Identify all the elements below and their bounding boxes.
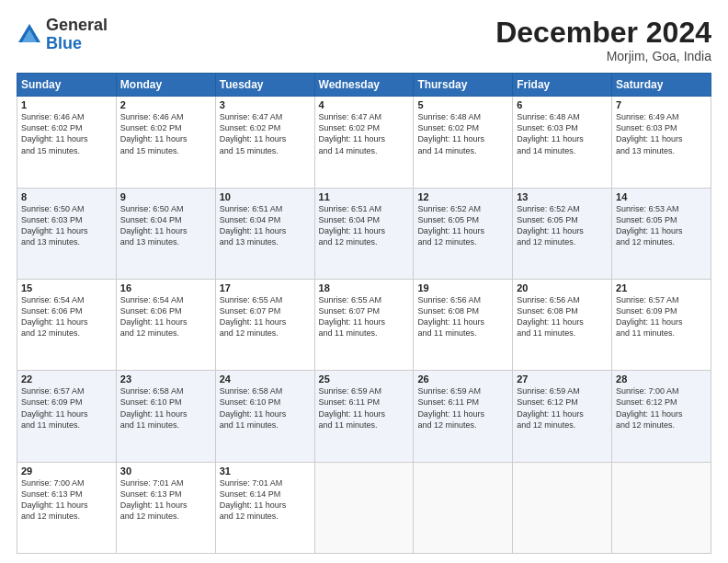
calendar-row: 1Sunrise: 6:46 AM Sunset: 6:02 PM Daylig…: [17, 97, 711, 188]
calendar-cell: [414, 462, 513, 553]
col-wednesday: Wednesday: [314, 74, 414, 97]
day-info: Sunrise: 6:53 AM Sunset: 6:05 PM Dayligh…: [616, 203, 707, 248]
location: Morjim, Goa, India: [495, 49, 711, 63]
day-info: Sunrise: 6:49 AM Sunset: 6:03 PM Dayligh…: [616, 111, 707, 156]
header: General Blue December 2024 Morjim, Goa, …: [17, 17, 711, 63]
day-number: 3: [220, 99, 311, 110]
day-info: Sunrise: 6:59 AM Sunset: 6:12 PM Dayligh…: [517, 385, 608, 431]
col-monday: Monday: [116, 74, 215, 97]
day-number: 12: [417, 191, 508, 202]
calendar-header-row: Sunday Monday Tuesday Wednesday Thursday…: [17, 74, 711, 97]
day-info: Sunrise: 6:51 AM Sunset: 6:04 PM Dayligh…: [319, 203, 410, 248]
day-info: Sunrise: 6:58 AM Sunset: 6:10 PM Dayligh…: [220, 385, 311, 431]
day-number: 14: [616, 191, 707, 202]
day-info: Sunrise: 6:50 AM Sunset: 6:03 PM Dayligh…: [21, 203, 112, 248]
calendar-cell: 28Sunrise: 7:00 AM Sunset: 6:12 PM Dayli…: [612, 371, 711, 462]
day-info: Sunrise: 6:59 AM Sunset: 6:11 PM Dayligh…: [319, 385, 410, 431]
day-info: Sunrise: 6:46 AM Sunset: 6:02 PM Dayligh…: [120, 111, 211, 156]
month-title: December 2024: [495, 17, 711, 49]
calendar-cell: 22Sunrise: 6:57 AM Sunset: 6:09 PM Dayli…: [17, 371, 117, 462]
calendar-table: Sunday Monday Tuesday Wednesday Thursday…: [17, 73, 711, 554]
day-number: 27: [517, 373, 608, 385]
logo-general: General: [46, 16, 108, 34]
day-info: Sunrise: 6:54 AM Sunset: 6:06 PM Dayligh…: [21, 294, 112, 339]
day-number: 13: [517, 191, 608, 202]
calendar-cell: 29Sunrise: 7:00 AM Sunset: 6:13 PM Dayli…: [17, 462, 117, 553]
calendar-cell: 10Sunrise: 6:51 AM Sunset: 6:04 PM Dayli…: [215, 188, 314, 279]
day-info: Sunrise: 7:00 AM Sunset: 6:13 PM Dayligh…: [21, 477, 112, 523]
calendar-cell: 17Sunrise: 6:55 AM Sunset: 6:07 PM Dayli…: [215, 279, 314, 370]
calendar-cell: 19Sunrise: 6:56 AM Sunset: 6:08 PM Dayli…: [414, 279, 513, 370]
day-number: 28: [616, 373, 707, 385]
col-tuesday: Tuesday: [215, 74, 314, 97]
day-info: Sunrise: 6:47 AM Sunset: 6:02 PM Dayligh…: [319, 111, 410, 156]
calendar-cell: 30Sunrise: 7:01 AM Sunset: 6:13 PM Dayli…: [116, 462, 215, 553]
day-info: Sunrise: 6:55 AM Sunset: 6:07 PM Dayligh…: [319, 294, 410, 339]
calendar-cell: 20Sunrise: 6:56 AM Sunset: 6:08 PM Dayli…: [513, 279, 612, 370]
day-number: 24: [220, 373, 311, 385]
calendar-cell: 18Sunrise: 6:55 AM Sunset: 6:07 PM Dayli…: [314, 279, 414, 370]
day-info: Sunrise: 6:56 AM Sunset: 6:08 PM Dayligh…: [517, 294, 608, 339]
day-info: Sunrise: 6:59 AM Sunset: 6:11 PM Dayligh…: [417, 385, 508, 431]
day-info: Sunrise: 7:01 AM Sunset: 6:13 PM Dayligh…: [120, 477, 211, 523]
day-number: 20: [517, 282, 608, 293]
logo: General Blue: [17, 17, 108, 53]
calendar-cell: 26Sunrise: 6:59 AM Sunset: 6:11 PM Dayli…: [414, 371, 513, 462]
col-saturday: Saturday: [612, 74, 711, 97]
day-number: 2: [120, 99, 211, 110]
calendar-cell: 27Sunrise: 6:59 AM Sunset: 6:12 PM Dayli…: [513, 371, 612, 462]
day-number: 29: [21, 465, 112, 477]
calendar-row: 15Sunrise: 6:54 AM Sunset: 6:06 PM Dayli…: [17, 279, 711, 370]
calendar-cell: 24Sunrise: 6:58 AM Sunset: 6:10 PM Dayli…: [215, 371, 314, 462]
col-thursday: Thursday: [414, 74, 513, 97]
day-number: 7: [616, 99, 707, 110]
day-number: 21: [616, 282, 707, 293]
day-info: Sunrise: 6:50 AM Sunset: 6:04 PM Dayligh…: [120, 203, 211, 248]
calendar-cell: 8Sunrise: 6:50 AM Sunset: 6:03 PM Daylig…: [17, 188, 117, 279]
day-number: 19: [417, 282, 508, 293]
calendar-cell: 12Sunrise: 6:52 AM Sunset: 6:05 PM Dayli…: [414, 188, 513, 279]
calendar-cell: 21Sunrise: 6:57 AM Sunset: 6:09 PM Dayli…: [612, 279, 711, 370]
day-info: Sunrise: 6:57 AM Sunset: 6:09 PM Dayligh…: [21, 385, 112, 431]
day-info: Sunrise: 6:47 AM Sunset: 6:02 PM Dayligh…: [220, 111, 311, 156]
calendar-cell: 15Sunrise: 6:54 AM Sunset: 6:06 PM Dayli…: [17, 279, 117, 370]
calendar-cell: 14Sunrise: 6:53 AM Sunset: 6:05 PM Dayli…: [612, 188, 711, 279]
calendar-cell: 2Sunrise: 6:46 AM Sunset: 6:02 PM Daylig…: [116, 97, 215, 188]
day-number: 6: [517, 99, 608, 110]
page: General Blue December 2024 Morjim, Goa, …: [0, 0, 728, 563]
day-number: 11: [319, 191, 410, 202]
day-info: Sunrise: 6:58 AM Sunset: 6:10 PM Dayligh…: [120, 385, 211, 431]
calendar-cell: 6Sunrise: 6:48 AM Sunset: 6:03 PM Daylig…: [513, 97, 612, 188]
day-info: Sunrise: 7:01 AM Sunset: 6:14 PM Dayligh…: [220, 477, 311, 523]
calendar-cell: 13Sunrise: 6:52 AM Sunset: 6:05 PM Dayli…: [513, 188, 612, 279]
day-info: Sunrise: 6:57 AM Sunset: 6:09 PM Dayligh…: [616, 294, 707, 339]
calendar-cell: 5Sunrise: 6:48 AM Sunset: 6:02 PM Daylig…: [414, 97, 513, 188]
day-number: 4: [319, 99, 410, 110]
day-number: 9: [120, 191, 211, 202]
col-friday: Friday: [513, 74, 612, 97]
day-number: 1: [21, 99, 112, 110]
calendar-cell: [513, 462, 612, 553]
day-number: 25: [319, 373, 410, 385]
day-info: Sunrise: 6:56 AM Sunset: 6:08 PM Dayligh…: [417, 294, 508, 339]
calendar-row: 8Sunrise: 6:50 AM Sunset: 6:03 PM Daylig…: [17, 188, 711, 279]
day-info: Sunrise: 7:00 AM Sunset: 6:12 PM Dayligh…: [616, 385, 707, 431]
calendar-cell: 3Sunrise: 6:47 AM Sunset: 6:02 PM Daylig…: [215, 97, 314, 188]
day-number: 8: [21, 191, 112, 202]
calendar-cell: [314, 462, 414, 553]
day-info: Sunrise: 6:52 AM Sunset: 6:05 PM Dayligh…: [517, 203, 608, 248]
day-number: 26: [417, 373, 508, 385]
day-number: 17: [220, 282, 311, 293]
day-info: Sunrise: 6:48 AM Sunset: 6:03 PM Dayligh…: [517, 111, 608, 156]
calendar-cell: 31Sunrise: 7:01 AM Sunset: 6:14 PM Dayli…: [215, 462, 314, 553]
calendar-cell: 11Sunrise: 6:51 AM Sunset: 6:04 PM Dayli…: [314, 188, 414, 279]
day-info: Sunrise: 6:55 AM Sunset: 6:07 PM Dayligh…: [220, 294, 311, 339]
day-number: 5: [417, 99, 508, 110]
title-block: December 2024 Morjim, Goa, India: [495, 17, 711, 63]
calendar-cell: 25Sunrise: 6:59 AM Sunset: 6:11 PM Dayli…: [314, 371, 414, 462]
day-number: 16: [120, 282, 211, 293]
day-info: Sunrise: 6:51 AM Sunset: 6:04 PM Dayligh…: [220, 203, 311, 248]
day-info: Sunrise: 6:54 AM Sunset: 6:06 PM Dayligh…: [120, 294, 211, 339]
day-info: Sunrise: 6:46 AM Sunset: 6:02 PM Dayligh…: [21, 111, 112, 156]
day-info: Sunrise: 6:52 AM Sunset: 6:05 PM Dayligh…: [417, 203, 508, 248]
